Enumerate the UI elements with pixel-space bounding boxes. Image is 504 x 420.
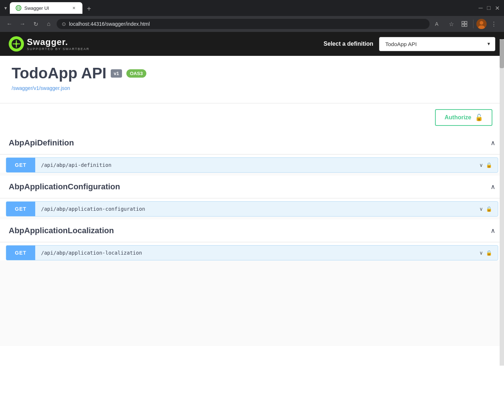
endpoint-abp-application-localization[interactable]: GET /api/abp/application-localization ∨ … bbox=[6, 245, 498, 260]
menu-button[interactable]: ⋮ bbox=[488, 18, 500, 30]
chevron-up-icon-abpapidefinition: ∧ bbox=[491, 139, 495, 147]
method-badge-get-1: GET bbox=[6, 158, 35, 172]
endpoint-lock-icon-1: 🔒 bbox=[486, 162, 492, 168]
swagger-wordmark: Swagger. bbox=[27, 37, 90, 47]
title-bar: ▾ Swagger UI ✕ + ─ □ ✕ bbox=[0, 0, 504, 16]
profile-button[interactable] bbox=[476, 19, 487, 29]
window-controls-right: ─ □ ✕ bbox=[479, 5, 500, 12]
authorize-button[interactable]: Authorize 🔓 bbox=[435, 109, 492, 126]
window-controls: ▾ bbox=[4, 5, 7, 11]
api-group-abpapplicationconfiguration: AbpApplicationConfiguration ∧ GET /api/a… bbox=[0, 176, 504, 217]
api-group-title-abpapplicationlocalization: AbpApplicationLocalization bbox=[9, 226, 114, 235]
api-title-row: TodoApp API v1 OAS3 bbox=[12, 65, 492, 82]
active-tab[interactable]: Swagger UI ✕ bbox=[10, 2, 82, 14]
tab-close-button[interactable]: ✕ bbox=[71, 5, 77, 11]
lock-icon: 🔓 bbox=[475, 114, 483, 122]
endpoint-actions-1: ∨ 🔒 bbox=[473, 158, 498, 172]
svg-rect-6 bbox=[462, 24, 464, 26]
svg-rect-5 bbox=[465, 21, 467, 24]
dropdown-arrow-icon[interactable]: ▾ bbox=[4, 5, 7, 11]
definition-label: Select a definition bbox=[324, 41, 373, 47]
endpoint-chevron-icon-3: ∨ bbox=[479, 250, 483, 256]
svg-point-14 bbox=[15, 43, 17, 45]
new-tab-button[interactable]: + bbox=[84, 4, 94, 14]
api-title: TodoApp API bbox=[12, 65, 106, 82]
endpoint-abp-api-definition[interactable]: GET /api/abp/api-definition ∨ 🔒 bbox=[6, 157, 498, 173]
version-badge: v1 bbox=[111, 69, 122, 78]
definition-select[interactable]: TodoApp API bbox=[379, 37, 495, 51]
tab-bar: Swagger UI ✕ + bbox=[10, 2, 470, 14]
endpoint-path-1: /api/abp/api-definition bbox=[35, 158, 473, 172]
refresh-button[interactable]: ↻ bbox=[31, 19, 41, 29]
authorize-row: Authorize 🔓 bbox=[0, 103, 504, 132]
api-group-title-abpapidefinition: AbpApiDefinition bbox=[9, 138, 74, 148]
svg-rect-7 bbox=[465, 24, 467, 26]
back-button[interactable]: ← bbox=[4, 19, 15, 29]
method-badge-get-2: GET bbox=[6, 202, 35, 216]
authorize-label: Authorize bbox=[444, 114, 471, 121]
swagger-logo: Swagger. Supported by SMARTBEAR bbox=[9, 36, 324, 52]
api-group-header-abpapplicationconfiguration[interactable]: AbpApplicationConfiguration ∧ bbox=[0, 176, 504, 198]
api-group-title-abpapplicationconfiguration: AbpApplicationConfiguration bbox=[9, 182, 120, 192]
scrollbar[interactable] bbox=[500, 39, 504, 366]
endpoint-path-3: /api/abp/application-localization bbox=[35, 246, 473, 260]
swagger-main: TodoApp API v1 OAS3 /swagger/v1/swagger.… bbox=[0, 56, 504, 346]
endpoint-abp-application-configuration[interactable]: GET /api/abp/application-configuration ∨… bbox=[6, 201, 498, 217]
endpoint-actions-3: ∨ 🔒 bbox=[473, 246, 498, 260]
address-bar[interactable]: ⊙ localhost:44316/swagger/index.html bbox=[57, 19, 430, 29]
api-group-header-abpapplicationlocalization[interactable]: AbpApplicationLocalization ∧ bbox=[0, 219, 504, 242]
extensions-button[interactable] bbox=[459, 18, 470, 30]
chevron-up-icon-abpapplicationlocalization: ∧ bbox=[491, 227, 495, 235]
separator bbox=[473, 20, 473, 28]
endpoint-path-2: /api/abp/application-configuration bbox=[35, 202, 473, 216]
endpoint-actions-2: ∨ 🔒 bbox=[473, 202, 498, 216]
home-button[interactable]: ⌂ bbox=[44, 19, 54, 29]
forward-button[interactable]: → bbox=[17, 19, 28, 29]
endpoint-lock-icon-2: 🔒 bbox=[486, 206, 492, 212]
definition-select-wrapper[interactable]: TodoApp API bbox=[379, 37, 495, 51]
svg-rect-4 bbox=[462, 21, 464, 24]
endpoint-lock-icon-3: 🔒 bbox=[486, 250, 492, 256]
translate-button[interactable]: A bbox=[432, 18, 444, 30]
swagger-logo-icon bbox=[9, 36, 24, 52]
address-text: localhost:44316/swagger/index.html bbox=[69, 21, 150, 27]
minimize-button[interactable]: ─ bbox=[479, 5, 483, 12]
swagger-tagline: Supported by SMARTBEAR bbox=[27, 47, 90, 51]
nav-actions: A ☆ ⋮ bbox=[432, 18, 500, 30]
api-group-header-abpapidefinition[interactable]: AbpApiDefinition ∧ bbox=[0, 132, 504, 155]
api-group-abpapplicationlocalization: AbpApplicationLocalization ∧ GET /api/ab… bbox=[0, 219, 504, 260]
maximize-button[interactable]: □ bbox=[487, 5, 491, 12]
swagger-header: Swagger. Supported by SMARTBEAR Select a… bbox=[0, 32, 504, 56]
chevron-up-icon-abpapplicationconfiguration: ∧ bbox=[491, 183, 495, 191]
endpoint-chevron-icon-2: ∨ bbox=[479, 206, 483, 212]
tab-title: Swagger UI bbox=[24, 5, 68, 11]
close-button[interactable]: ✕ bbox=[495, 5, 500, 12]
endpoint-chevron-icon-1: ∨ bbox=[479, 162, 483, 168]
browser-chrome: ▾ Swagger UI ✕ + ─ □ ✕ ← → ↻ ⌂ ⊙ localho… bbox=[0, 0, 504, 32]
api-info: TodoApp API v1 OAS3 /swagger/v1/swagger.… bbox=[0, 56, 504, 103]
address-security-icon: ⊙ bbox=[62, 21, 66, 27]
svg-text:A: A bbox=[435, 21, 439, 27]
oas3-badge: OAS3 bbox=[126, 69, 146, 78]
method-badge-get-3: GET bbox=[6, 246, 35, 260]
api-group-abpapidefinition: AbpApiDefinition ∧ GET /api/abp/api-defi… bbox=[0, 132, 504, 173]
api-groups: AbpApiDefinition ∧ GET /api/abp/api-defi… bbox=[0, 132, 504, 260]
bookmark-button[interactable]: ☆ bbox=[446, 18, 457, 30]
nav-bar: ← → ↻ ⌂ ⊙ localhost:44316/swagger/index.… bbox=[0, 16, 504, 32]
swagger-definition-selector: Select a definition TodoApp API bbox=[324, 37, 495, 51]
svg-point-9 bbox=[480, 21, 483, 25]
scrollbar-thumb[interactable] bbox=[500, 39, 504, 68]
tab-favicon bbox=[16, 5, 21, 11]
swagger-logo-text: Swagger. Supported by SMARTBEAR bbox=[27, 37, 90, 51]
api-schema-link[interactable]: /swagger/v1/swagger.json bbox=[12, 85, 70, 91]
